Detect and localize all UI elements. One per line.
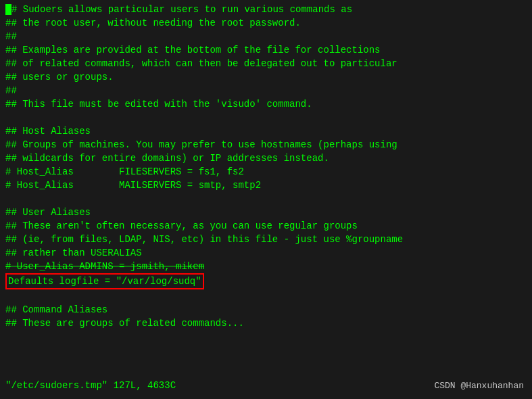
line-24: ## These are groups of related commands.…: [5, 316, 527, 330]
watermark: CSDN @Hanxuhanhan: [434, 381, 524, 391]
terminal: # Sudoers allows particular users to run…: [0, 0, 532, 399]
highlighted-defaults: Defaults logfile = "/var/log/sudq": [5, 273, 204, 289]
line-22: [5, 289, 527, 303]
line-21: Defaults logfile = "/var/log/sudq": [5, 273, 527, 289]
line-3: ##: [5, 30, 527, 43]
struck-text: # User_Alias ADMINS = jsmith, mikem: [5, 261, 204, 272]
line-1: # Sudoers allows particular users to run…: [5, 3, 527, 16]
line-10: ## Host Aliases: [5, 124, 527, 138]
line-text: # Sudoers allows particular users to run…: [11, 4, 352, 15]
line-6: ## users or groups.: [5, 70, 527, 84]
line-13: # Host_Alias FILESERVERS = fs1, fs2: [5, 165, 527, 179]
line-14: # Host_Alias MAILSERVERS = smtp, smtp2: [5, 179, 527, 192]
line-2: ## the root user, without needing the ro…: [5, 16, 527, 30]
line-17: ## These aren't often necessary, as you …: [5, 219, 527, 233]
line-15: [5, 192, 527, 206]
line-20: # User_Alias ADMINS = jsmith, mikem: [5, 260, 527, 273]
line-23: ## Command Aliases: [5, 303, 527, 316]
line-7: ##: [5, 84, 527, 97]
line-11: ## Groups of machines. You may prefer to…: [5, 138, 527, 151]
watermark-text: CSDN @Hanxuhanhan: [434, 381, 524, 391]
line-12: ## wildcards for entire domains) or IP a…: [5, 151, 527, 165]
line-9: [5, 111, 527, 124]
line-19: ## rather than USERALIAS: [5, 246, 527, 260]
line-18: ## (ie, from files, LDAP, NIS, etc) in t…: [5, 233, 527, 246]
status-bar: "/etc/sudoers.tmp" 127L, 4633C: [5, 380, 176, 391]
line-5: ## of related commands, which can then b…: [5, 57, 527, 70]
cursor: [5, 4, 11, 15]
line-16: ## User Aliases: [5, 206, 527, 219]
line-8: ## This file must be edited with the 'vi…: [5, 97, 527, 111]
status-text: "/etc/sudoers.tmp" 127L, 4633C: [5, 380, 176, 391]
line-4: ## Examples are provided at the bottom o…: [5, 43, 527, 57]
